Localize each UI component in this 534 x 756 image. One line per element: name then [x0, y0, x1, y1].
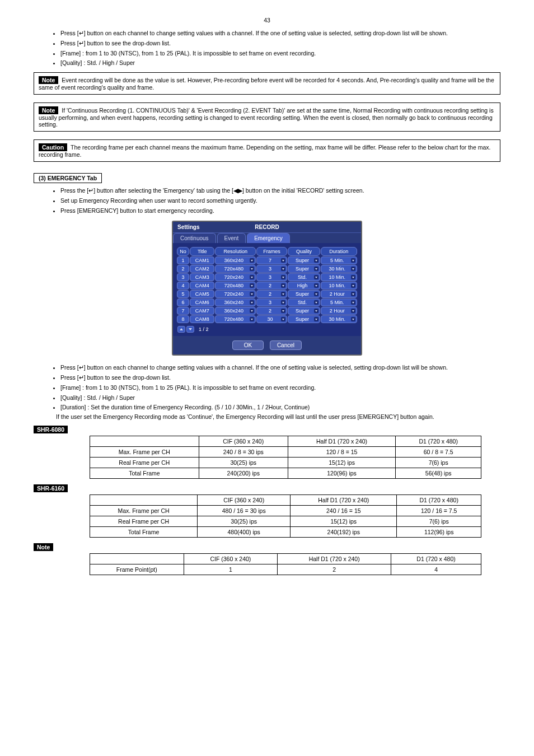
table-row: Real Frame per CH30(25) ips15(12) ips7(6… [90, 458, 481, 468]
ok-button[interactable]: OK [232, 340, 264, 350]
resolution-select[interactable]: 720x240 [215, 273, 256, 281]
frame-data-table: CIF (360 x 240)Half D1 (720 x 240)D1 (72… [90, 553, 481, 575]
duration-select[interactable]: 10 Min. [321, 282, 357, 290]
cell: Total Frame [90, 468, 199, 479]
resolution-select[interactable]: 720x480 [215, 265, 256, 273]
list-item: Press [↵] button to see the drop-down li… [60, 374, 500, 382]
chevron-down-icon [250, 258, 254, 263]
cell-no: 4 [177, 282, 189, 290]
chevron-down-icon [314, 309, 318, 313]
chevron-down-icon [281, 283, 285, 288]
frames-select[interactable]: 2 [256, 290, 287, 298]
cell: 240 / 16 = 15 [291, 506, 397, 516]
frames-select[interactable]: 3 [256, 298, 287, 306]
cell: 120 / 16 = 7.5 [397, 506, 481, 516]
resolution-select[interactable]: 360x240 [215, 298, 256, 306]
duration-select[interactable]: 2 Hour [321, 290, 357, 298]
tab-emergency[interactable]: Emergency [247, 233, 290, 243]
list-item: Press [EMERGENCY] button to start emerge… [60, 207, 500, 216]
page-down-button[interactable] [186, 326, 194, 333]
instruction-list-bottom: Press [↵] button on each channel to chan… [60, 363, 500, 412]
chevron-down-icon [351, 300, 355, 305]
resolution-select[interactable]: 720x480 [215, 282, 256, 290]
enter-icon: ↵ [79, 374, 84, 381]
note-text: If 'Continuous Recording (1. CONTINUOUS … [39, 107, 494, 128]
note-text: Event recording will be done as the valu… [39, 77, 494, 91]
frames-select[interactable]: 7 [256, 256, 287, 264]
col-header: Half D1 (720 x 240) [278, 554, 391, 564]
cell: 56(48) ips [396, 468, 481, 479]
note-chip: Caution [39, 143, 67, 151]
duration-select[interactable]: 30 Min. [321, 265, 357, 273]
quality-select[interactable]: Std. [288, 298, 320, 306]
col-header: Frames [256, 247, 287, 256]
cell: 240(192) ips [291, 527, 397, 538]
list-item: [Duration] : Set the duration time of Em… [60, 403, 500, 412]
cell-title: CAM4 [190, 282, 214, 290]
table-row: Total Frame240(200) ips120(96) ips56(48)… [90, 468, 481, 479]
frames-select[interactable]: 3 [256, 273, 287, 281]
cell: 480(400) ips [198, 527, 291, 538]
resolution-select[interactable]: 360x240 [215, 307, 256, 315]
cell: 112(96) ips [397, 527, 481, 538]
quality-select[interactable]: High [288, 282, 320, 290]
cell: Max. Frame per CH [90, 447, 199, 458]
duration-select[interactable]: 10 Min. [321, 273, 357, 281]
table-row: Max. Frame per CH480 / 16 = 30 ips240 / … [90, 506, 481, 516]
cell: 7(6) ips [397, 516, 481, 527]
quality-select[interactable]: Super [288, 307, 320, 315]
cell: 2 [278, 564, 391, 575]
cell: 120 / 8 = 15 [288, 447, 396, 458]
cell-no: 2 [177, 265, 189, 273]
duration-select[interactable]: 2 Hour [321, 307, 357, 315]
chevron-down-icon [314, 267, 318, 271]
frames-select[interactable]: 2 [256, 282, 287, 290]
table-row: Total Frame480(400) ips240(192) ips112(9… [90, 527, 481, 538]
cancel-button[interactable]: Cancel [270, 340, 302, 350]
resolution-select[interactable]: 360x240 [215, 256, 256, 264]
frames-select[interactable]: 30 [256, 315, 287, 323]
quality-select[interactable]: Super [288, 315, 320, 323]
note-text: The recording frame per each channel mea… [39, 144, 490, 158]
note-box: NoteEvent recording will be done as the … [34, 72, 500, 95]
list-item: Press [↵] button to see the drop-down li… [60, 39, 500, 48]
duration-select[interactable]: 5 Min. [321, 298, 357, 306]
quality-select[interactable]: Super [288, 290, 320, 298]
tab-continuous[interactable]: Continuous [173, 233, 216, 243]
resolution-select[interactable]: 720x480 [215, 315, 256, 323]
note-chip: Note [39, 76, 58, 84]
chevron-down-icon [351, 267, 355, 271]
chevron-down-icon [351, 275, 355, 279]
frames-select[interactable]: 3 [256, 265, 287, 273]
chevron-down-icon [351, 292, 355, 296]
frames-select[interactable]: 2 [256, 307, 287, 315]
cell-title: CAM5 [190, 290, 214, 298]
resolution-select[interactable]: 720x240 [215, 290, 256, 298]
enter-icon: ↵ [88, 187, 93, 194]
chevron-down-icon [314, 258, 318, 263]
cell: 240 / 8 = 30 ips [199, 447, 288, 458]
cell: 4 [391, 564, 481, 575]
cell-no: 3 [177, 273, 189, 281]
tab-event[interactable]: Event [217, 233, 246, 243]
table-row: 7CAM7360x2402Super2 Hour [177, 307, 357, 315]
duration-select[interactable]: 30 Min. [321, 315, 357, 323]
page-up-button[interactable] [177, 326, 185, 333]
cell-title: CAM2 [190, 265, 214, 273]
col-header: Quality [288, 247, 320, 256]
chevron-down-icon [250, 283, 254, 288]
col-header: CIF (360 x 240) [198, 495, 291, 506]
cell-no: 7 [177, 307, 189, 315]
cell: 1 [184, 564, 278, 575]
duration-select[interactable]: 5 Min. [321, 256, 357, 264]
quality-select[interactable]: Super [288, 265, 320, 273]
chevron-down-icon [250, 309, 254, 313]
quality-select[interactable]: Std. [288, 273, 320, 281]
chevron-down-icon [250, 267, 254, 271]
enter-icon: ↵ [79, 30, 84, 36]
list-item: Press [↵] button on each channel to chan… [60, 363, 500, 372]
col-header: Duration [321, 247, 357, 256]
note-box: NoteIf 'Continuous Recording (1. CONTINU… [34, 102, 500, 132]
enter-icon: ↵ [79, 40, 84, 46]
quality-select[interactable]: Super [288, 256, 320, 264]
